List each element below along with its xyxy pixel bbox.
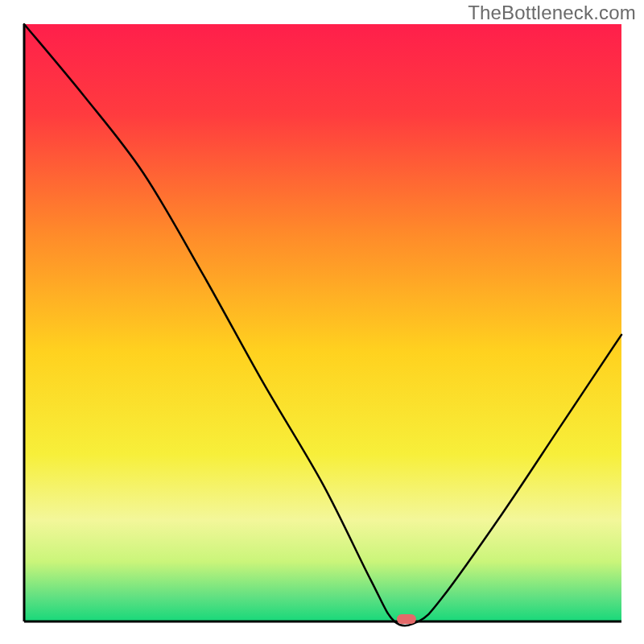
chart-frame: TheBottleneck.com (0, 0, 644, 644)
plot-background (24, 24, 621, 621)
bottleneck-chart (0, 0, 644, 644)
optimal-marker (397, 614, 416, 624)
